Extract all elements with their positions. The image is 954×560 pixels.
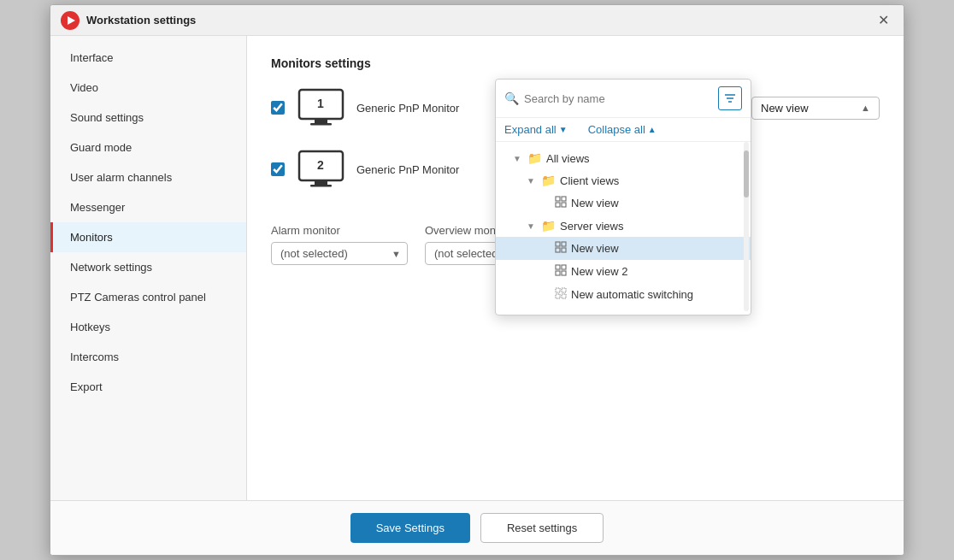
folder-icon-serverviews: 📁	[541, 219, 556, 233]
svg-rect-17	[556, 242, 560, 246]
svg-rect-25	[556, 288, 560, 292]
monitor1-checkbox[interactable]	[271, 101, 285, 115]
expand-all-button[interactable]: Expand all ▼	[504, 123, 568, 136]
alarm-monitor-label: Alarm monitor	[271, 224, 408, 237]
svg-rect-3	[315, 119, 327, 123]
serverview-newview-label: New view	[571, 242, 619, 255]
workstation-settings-window: Workstation settings ✕ Interface Video S…	[50, 4, 904, 556]
monitor1-selected-view: New view	[761, 102, 856, 115]
sidebar-item-messenger[interactable]: Messenger	[50, 192, 246, 222]
monitor1-radio-new-view[interactable]: New view ▲	[735, 97, 880, 120]
tree-item-serverview-newview2[interactable]: New view 2	[496, 260, 751, 283]
footer: Save Settings Reset settings	[50, 500, 904, 555]
monitor1-dropdown-chevron-icon: ▲	[861, 103, 870, 113]
clientview-newview-label: New view	[571, 197, 619, 209]
allviews-chevron-icon: ▼	[513, 154, 523, 163]
collapse-all-label: Collapse all	[588, 123, 645, 136]
sidebar-item-sound[interactable]: Sound settings	[50, 103, 246, 133]
svg-rect-14	[562, 197, 566, 201]
sidebar-item-hotkeys[interactable]: Hotkeys	[50, 312, 246, 342]
alarm-monitor-select[interactable]: (not selected)	[271, 242, 408, 265]
svg-rect-26	[562, 288, 566, 292]
monitor2-checkbox[interactable]	[271, 162, 285, 176]
tree-item-serverview-autoswitching[interactable]: New automatic switching	[496, 283, 751, 306]
expand-all-label: Expand all	[504, 123, 556, 136]
view-dropdown-popup: 🔍 Expand all ▼	[495, 79, 751, 315]
svg-rect-24	[562, 271, 566, 275]
monitor1-svg: 1	[297, 88, 344, 127]
filter-button[interactable]	[718, 86, 742, 110]
serverview-newview2-label: New view 2	[571, 265, 627, 278]
sidebar-item-alarm-channels[interactable]: User alarm channels	[50, 162, 246, 192]
sidebar-item-video[interactable]: Video	[50, 73, 246, 103]
search-input[interactable]	[524, 92, 713, 105]
window-title: Workstation settings	[86, 14, 873, 27]
svg-rect-23	[556, 271, 560, 275]
save-button[interactable]: Save Settings	[350, 513, 470, 543]
sidebar-item-interface[interactable]: Interface	[50, 43, 246, 73]
popup-actions: Expand all ▼ Collapse all ▲	[496, 118, 751, 142]
svg-rect-22	[562, 265, 566, 269]
popup-search-row: 🔍	[496, 80, 751, 118]
titlebar: Workstation settings ✕	[50, 5, 904, 36]
svg-rect-27	[556, 294, 560, 298]
svg-rect-20	[562, 248, 566, 252]
svg-rect-7	[315, 180, 327, 185]
collapse-all-button[interactable]: Collapse all ▲	[588, 123, 657, 136]
svg-rect-18	[562, 242, 566, 246]
monitor2-icon: 2	[295, 149, 346, 190]
popup-scrollbar-track	[744, 142, 749, 311]
clientviews-chevron-icon: ▼	[527, 176, 537, 186]
svg-rect-16	[562, 203, 566, 207]
app-logo	[61, 11, 80, 30]
serverviews-label: Server views	[560, 220, 623, 233]
svg-rect-28	[562, 294, 566, 298]
svg-rect-4	[310, 123, 332, 126]
close-button[interactable]: ✕	[873, 10, 893, 31]
serverviews-chevron-icon: ▼	[527, 221, 537, 231]
sidebar-item-network[interactable]: Network settings	[50, 252, 246, 282]
tree-item-clientview-newview[interactable]: New view	[496, 192, 751, 215]
main-content: Monitors settings 1 Generic PnP Monitor …	[247, 36, 904, 500]
sidebar-item-ptz[interactable]: PTZ Cameras control panel	[50, 282, 246, 312]
clientviews-label: Client views	[560, 174, 619, 187]
allviews-label: All views	[546, 152, 590, 165]
folder-icon-allviews: 📁	[527, 151, 542, 165]
view-icon-server-newview2	[555, 264, 567, 279]
sidebar: Interface Video Sound settings Guard mod…	[50, 36, 247, 500]
view-icon-autoswitching	[555, 287, 567, 302]
svg-rect-8	[310, 185, 332, 187]
popup-scrollbar-thumb[interactable]	[744, 150, 749, 197]
view-icon-server-newview	[555, 241, 567, 256]
alarm-monitor-group: Alarm monitor (not selected) ▼	[271, 224, 408, 265]
tree-item-clientviews[interactable]: ▼ 📁 Client views	[496, 169, 751, 192]
tree-item-serverview-newview[interactable]: New view	[496, 237, 751, 260]
svg-text:2: 2	[317, 158, 324, 172]
svg-rect-15	[556, 203, 560, 207]
tree-item-allviews[interactable]: ▼ 📁 All views	[496, 147, 751, 169]
sidebar-item-guard[interactable]: Guard mode	[50, 133, 246, 162]
body: Interface Video Sound settings Guard mod…	[50, 36, 904, 500]
view-icon-client-newview	[555, 196, 567, 210]
svg-rect-13	[556, 197, 560, 201]
svg-rect-21	[556, 265, 560, 269]
monitor2-svg: 2	[297, 150, 344, 189]
expand-all-chevron-icon: ▼	[559, 125, 568, 134]
popup-tree: ▼ 📁 All views ▼ 📁 Client views	[496, 142, 751, 311]
monitor1-icon: 1	[295, 87, 346, 128]
tree-item-serverviews[interactable]: ▼ 📁 Server views	[496, 215, 751, 237]
reset-button[interactable]: Reset settings	[480, 513, 604, 543]
serverview-autoswitching-label: New automatic switching	[571, 288, 693, 301]
collapse-all-chevron-icon: ▲	[648, 125, 657, 134]
sidebar-item-intercoms[interactable]: Intercoms	[50, 342, 246, 372]
folder-icon-clientviews: 📁	[541, 174, 556, 187]
svg-text:1: 1	[317, 97, 324, 110]
section-title: Monitors settings	[271, 56, 880, 70]
monitor1-new-view-dropdown[interactable]: New view ▲	[751, 97, 880, 120]
filter-icon	[724, 92, 736, 104]
sidebar-item-export[interactable]: Export	[50, 372, 246, 402]
sidebar-item-monitors[interactable]: Monitors	[50, 222, 246, 252]
search-icon: 🔍	[504, 91, 519, 105]
monitor2-radio-new-view[interactable]	[735, 164, 880, 175]
svg-rect-19	[556, 248, 560, 252]
